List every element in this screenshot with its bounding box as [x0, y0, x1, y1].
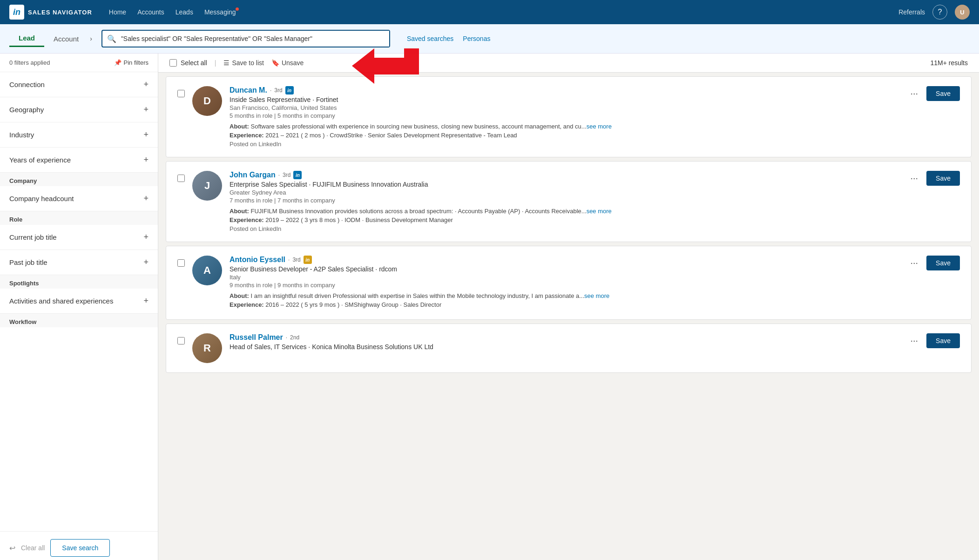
save-button-jg[interactable]: Save — [926, 171, 960, 186]
lead-tab[interactable]: Lead — [9, 30, 44, 47]
lead-checkbox-ae[interactable] — [177, 259, 185, 267]
years-experience-filter: Years of experience + — [0, 148, 158, 173]
search-row-right: Saved searches Personas — [407, 35, 491, 42]
lead-name-rp[interactable]: Russell Palmer — [230, 333, 283, 342]
see-more-about-ae[interactable]: see more — [584, 292, 609, 299]
nav-right: Referrals ? U — [898, 5, 970, 20]
card-title-rp: Head of Sales, IT Services · Konica Mino… — [230, 343, 899, 351]
select-all-checkbox[interactable] — [169, 59, 177, 67]
card-checkbox-ae[interactable] — [177, 259, 185, 268]
current-job-title-filter: Current job title + — [0, 225, 158, 250]
toolbar-separator: | — [215, 59, 216, 67]
more-options-button-rp[interactable]: ··· — [906, 333, 922, 348]
activities-expand-icon: + — [143, 296, 149, 306]
save-to-list-icon: ☰ — [223, 59, 230, 67]
years-experience-header[interactable]: Years of experience + — [0, 148, 158, 172]
search-input-wrap[interactable]: 🔍 — [101, 30, 390, 47]
more-options-button-jg[interactable]: ··· — [906, 171, 922, 185]
degree-badge-jg: · — [278, 172, 280, 178]
card-about-dm: About: Software sales professional with … — [230, 123, 899, 130]
save-to-list-button[interactable]: ☰ Save to list — [223, 59, 263, 67]
search-input[interactable] — [121, 31, 389, 47]
save-button-dm[interactable]: Save — [926, 86, 960, 101]
result-card-jg: J John Gargan · 3rd in Enterprise Sales … — [166, 161, 972, 242]
see-more-about-jg[interactable]: see more — [587, 208, 612, 215]
search-row: Lead Account › 🔍 Saved searches Personas — [0, 24, 979, 54]
logo-area[interactable]: in SALES NAVIGATOR — [9, 5, 92, 20]
main-layout: 0 filters applied 📌 Pin filters Connecti… — [0, 54, 979, 560]
lead-checkbox-rp[interactable] — [177, 337, 185, 344]
connection-filter: Connection + — [0, 72, 158, 97]
card-checkbox-rp[interactable] — [177, 337, 185, 346]
card-tenure-jg: 7 months in role | 7 months in company — [230, 197, 899, 204]
pin-filters-button[interactable]: 📌 Pin filters — [114, 59, 149, 66]
degree-badge-dm: · — [270, 87, 271, 94]
tab-group: Lead Account › — [9, 30, 94, 47]
profile-picture-rp: R — [192, 333, 222, 363]
current-job-title-label: Current job title — [9, 233, 57, 241]
save-button-ae[interactable]: Save — [926, 256, 960, 270]
lead-checkbox-jg[interactable] — [177, 175, 185, 182]
results-toolbar: Select all | ☰ Save to list 🔖 Unsave 11M… — [158, 54, 979, 73]
results-count: 11M+ results — [930, 59, 968, 67]
card-name-row-rp: Russell Palmer · 2nd — [230, 333, 899, 342]
card-info-dm: Duncan M. · 3rd in Inside Sales Represen… — [230, 86, 899, 148]
referrals-link[interactable]: Referrals — [898, 8, 925, 16]
nav-links: Home Accounts Leads Messaging — [109, 8, 236, 16]
result-card-dm: D Duncan M. · 3rd in Inside Sales Repres… — [166, 76, 972, 157]
lead-name-dm[interactable]: Duncan M. — [230, 86, 267, 94]
personas-link[interactable]: Personas — [463, 35, 490, 42]
years-experience-expand-icon: + — [143, 155, 149, 165]
past-job-title-header[interactable]: Past job title + — [0, 250, 158, 275]
more-options-button-ae[interactable]: ··· — [906, 256, 922, 270]
linkedin-logo: in — [9, 5, 24, 20]
sidebar-bottom: ↩ Clear all Save search — [0, 531, 158, 560]
geography-header[interactable]: Geography + — [0, 97, 158, 122]
connection-header[interactable]: Connection + — [0, 72, 158, 97]
spotlights-group-label: Spotlights — [0, 275, 158, 289]
degree-dm: 3rd — [274, 87, 282, 94]
linkedin-icon-ae: in — [304, 256, 312, 264]
degree-ae: 3rd — [292, 256, 300, 263]
profile-picture-ae: A — [192, 256, 222, 285]
nav-leads[interactable]: Leads — [176, 8, 193, 16]
linkedin-icon-jg: in — [293, 171, 302, 179]
unsave-button[interactable]: 🔖 Unsave — [271, 59, 304, 67]
help-button[interactable]: ? — [932, 5, 947, 20]
saved-searches-link[interactable]: Saved searches — [407, 35, 453, 42]
company-group-label: Company — [0, 173, 158, 186]
lead-name-ae[interactable]: Antonio Eyssell — [230, 256, 285, 264]
card-checkbox-dm[interactable] — [177, 90, 185, 99]
more-options-button-dm[interactable]: ··· — [906, 86, 922, 101]
card-checkbox-jg[interactable] — [177, 175, 185, 183]
activities-label: Activities and shared experiences — [9, 297, 113, 305]
linkedin-icon-dm: in — [285, 86, 294, 94]
past-job-title-expand-icon: + — [143, 257, 149, 267]
avatar[interactable]: U — [955, 5, 970, 20]
select-all-label[interactable]: Select all — [181, 59, 207, 67]
card-experience-dm: Experience: 2021 – 2021 ( 2 mos ) · Crow… — [230, 132, 899, 139]
sidebar: 0 filters applied 📌 Pin filters Connecti… — [0, 54, 158, 560]
nav-home[interactable]: Home — [109, 8, 126, 16]
activities-header[interactable]: Activities and shared experiences + — [0, 289, 158, 313]
profile-picture-dm: D — [192, 86, 222, 116]
filter-count: 0 filters applied — [9, 59, 50, 66]
profile-picture-jg: J — [192, 171, 222, 201]
clear-all-button[interactable]: Clear all — [21, 544, 45, 552]
connection-label: Connection — [9, 81, 45, 88]
nav-accounts[interactable]: Accounts — [137, 8, 164, 16]
degree-jg: 3rd — [283, 172, 290, 178]
company-headcount-header[interactable]: Company headcount + — [0, 186, 158, 211]
account-tab[interactable]: Account — [44, 31, 88, 47]
lead-checkbox-dm[interactable] — [177, 90, 185, 97]
card-title-dm: Inside Sales Representative · Fortinet — [230, 96, 899, 103]
save-search-button[interactable]: Save search — [50, 539, 110, 557]
lead-name-jg[interactable]: John Gargan — [230, 171, 276, 179]
industry-filter: Industry + — [0, 122, 158, 148]
current-job-title-expand-icon: + — [143, 232, 149, 242]
nav-messaging[interactable]: Messaging — [204, 8, 236, 16]
industry-header[interactable]: Industry + — [0, 122, 158, 147]
see-more-about-dm[interactable]: see more — [587, 123, 612, 130]
current-job-title-header[interactable]: Current job title + — [0, 225, 158, 250]
save-button-rp[interactable]: Save — [926, 333, 960, 348]
